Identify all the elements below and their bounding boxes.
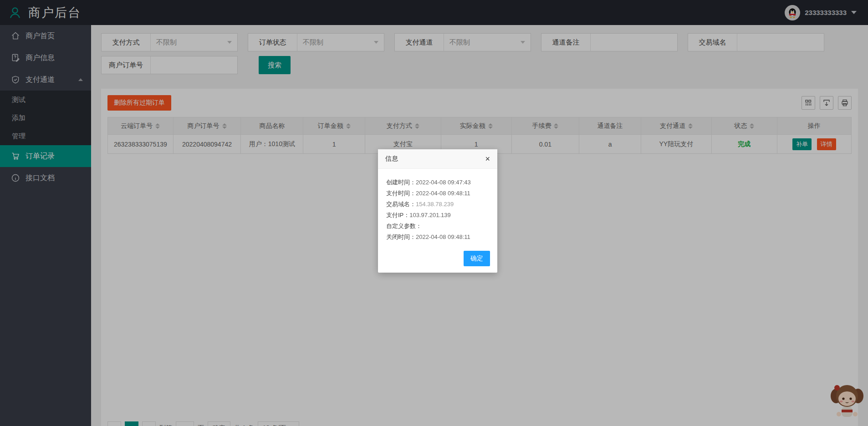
close-icon[interactable]: × [485, 155, 490, 163]
modal-line-create-time: 创建时间：2022-04-08 09:47:43 [386, 177, 489, 188]
modal-line-custom-params: 自定义参数： [386, 221, 489, 232]
ok-button[interactable]: 确定 [464, 251, 490, 266]
modal-line-trade-domain: 交易域名：154.38.78.239 [386, 199, 489, 210]
modal-line-close-time: 关闭时间：2022-04-08 09:48:11 [386, 232, 489, 243]
modal-title: 信息 [385, 155, 398, 163]
modal-line-pay-ip: 支付IP：103.97.201.139 [386, 210, 489, 221]
modal-footer: 确定 [378, 245, 497, 273]
info-modal: 信息 × 创建时间：2022-04-08 09:47:43 支付时间：2022-… [378, 149, 497, 273]
modal-header: 信息 × [378, 149, 497, 169]
modal-line-pay-time: 支付时间：2022-04-08 09:48:11 [386, 188, 489, 199]
modal-body: 创建时间：2022-04-08 09:47:43 支付时间：2022-04-08… [378, 169, 497, 245]
